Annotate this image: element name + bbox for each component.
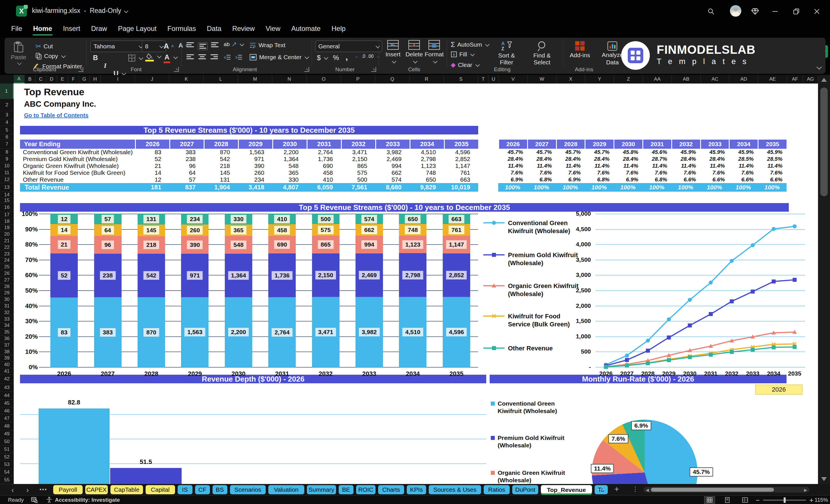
row-header-47[interactable]: 47 bbox=[0, 415, 14, 422]
row-header-26[interactable]: 26 bbox=[0, 270, 14, 277]
sheet-tab-valuation[interactable]: Valuation bbox=[268, 485, 304, 494]
align-top-icon[interactable] bbox=[187, 42, 194, 47]
row-header-10[interactable]: 10 bbox=[0, 162, 14, 169]
column-header-W[interactable]: W bbox=[528, 75, 556, 84]
sheet-tab-summary[interactable]: Summary bbox=[307, 485, 337, 494]
sheet-tab-ratios[interactable]: Ratios bbox=[484, 485, 510, 494]
column-header-O[interactable]: O bbox=[307, 75, 341, 84]
column-header-C[interactable]: C bbox=[35, 75, 46, 84]
row-header-4[interactable]: 4 bbox=[0, 119, 14, 126]
premium-diamond-icon[interactable] bbox=[751, 7, 760, 16]
sheet-tab-sources-uses[interactable]: Sources & Uses bbox=[429, 485, 481, 494]
row-header-28[interactable]: 28 bbox=[0, 283, 14, 290]
sheet-tab-bs[interactable]: BS bbox=[213, 485, 227, 494]
row-header-17[interactable]: 17 bbox=[0, 212, 14, 218]
row-header-22[interactable]: 22 bbox=[0, 244, 14, 251]
row-header-21[interactable]: 21 bbox=[0, 238, 14, 244]
search-icon[interactable] bbox=[706, 7, 715, 16]
vertical-scrollbar[interactable] bbox=[818, 75, 830, 484]
insert-cells-button[interactable]: ⇤ Insert bbox=[382, 40, 405, 65]
column-header-G[interactable]: G bbox=[79, 75, 90, 84]
toc-link[interactable]: Go to Table of Contents bbox=[24, 112, 88, 119]
number-dialog-launcher[interactable] bbox=[371, 67, 376, 72]
column-header-AD[interactable]: AD bbox=[729, 75, 758, 84]
column-header-AF[interactable]: AF bbox=[787, 75, 803, 84]
column-header-L[interactable]: L bbox=[204, 75, 238, 84]
column-header-D[interactable]: D bbox=[46, 75, 57, 84]
menu-formulas[interactable]: Formulas bbox=[167, 22, 196, 37]
font-family-select[interactable]: Tahoma bbox=[90, 41, 145, 52]
sheet-tab-capex[interactable]: CAPEX bbox=[85, 485, 108, 494]
zoom-in-icon[interactable]: + bbox=[809, 496, 813, 504]
number-format-select[interactable]: General bbox=[315, 41, 382, 52]
year-selector[interactable]: 2026 bbox=[755, 384, 802, 395]
column-header-V[interactable]: V bbox=[499, 75, 528, 84]
row-header-40[interactable]: 40 bbox=[0, 361, 14, 368]
collapse-ribbon-icon[interactable] bbox=[816, 65, 821, 70]
row-header-3[interactable]: 3 bbox=[0, 111, 14, 119]
column-header-Q[interactable]: Q bbox=[375, 75, 410, 84]
column-header-B[interactable]: B bbox=[25, 75, 35, 84]
row-header-50[interactable]: 50 bbox=[0, 438, 14, 446]
column-header-Y[interactable]: Y bbox=[585, 75, 614, 84]
sheet-tab-dupont[interactable]: DuPont bbox=[512, 485, 538, 494]
menu-insert[interactable]: Insert bbox=[62, 22, 81, 37]
column-header-T[interactable]: T bbox=[478, 75, 488, 84]
row-header-13[interactable]: 13 bbox=[0, 183, 14, 192]
row-header-45[interactable]: 45 bbox=[0, 400, 14, 407]
row-header-42[interactable]: 42 bbox=[0, 375, 14, 383]
column-header-H[interactable]: H bbox=[90, 75, 101, 84]
column-header-N[interactable]: N bbox=[272, 75, 307, 84]
row-header-39[interactable]: 39 bbox=[0, 355, 14, 362]
menu-page-layout[interactable]: Page Layout bbox=[117, 22, 157, 37]
row-header-43[interactable]: 43 bbox=[0, 383, 14, 392]
row-header-18[interactable]: 18 bbox=[0, 218, 14, 225]
avatar[interactable] bbox=[730, 5, 741, 17]
row-header-33[interactable]: 33 bbox=[0, 316, 14, 323]
sheet-tab-top-revenue[interactable]: Top_Revenue bbox=[541, 485, 592, 495]
row-header-46[interactable]: 46 bbox=[0, 407, 14, 415]
horizontal-scrollbar[interactable]: ◀ ▶ bbox=[643, 487, 809, 493]
row-header-11[interactable]: 11 bbox=[0, 169, 14, 176]
row-header-49[interactable]: 49 bbox=[0, 430, 14, 438]
row-header-55[interactable]: 55 bbox=[0, 476, 14, 484]
increase-indent-icon[interactable] bbox=[235, 54, 243, 61]
sheet-canvas[interactable]: Top Revenue ABC Company Inc. Go to Table… bbox=[14, 84, 818, 484]
merge-center-button[interactable]: Merge & Center bbox=[249, 54, 308, 61]
copy-button[interactable]: Copy bbox=[35, 53, 65, 60]
column-header-M[interactable]: M bbox=[238, 75, 272, 84]
fill-color-button[interactable] bbox=[145, 53, 160, 60]
row-header-15[interactable]: 15 bbox=[0, 198, 14, 203]
menu-automate[interactable]: Automate bbox=[291, 22, 321, 37]
tabs-more-left-icon[interactable]: ••• bbox=[39, 486, 47, 493]
row-header-5[interactable]: 5 bbox=[0, 126, 14, 134]
menu-review[interactable]: Review bbox=[232, 22, 255, 37]
column-header-P[interactable]: P bbox=[341, 75, 375, 84]
normal-view-icon[interactable] bbox=[704, 496, 715, 504]
column-header-AE[interactable]: AE bbox=[758, 75, 787, 84]
row-header-7[interactable]: 7 bbox=[0, 139, 14, 149]
close-button[interactable] bbox=[812, 7, 822, 16]
column-header-I[interactable]: I bbox=[101, 75, 135, 84]
accessibility-status[interactable]: Accessibility: Investigate bbox=[55, 497, 120, 503]
column-header-J[interactable]: J bbox=[135, 75, 169, 84]
row-header-35[interactable]: 35 bbox=[0, 329, 14, 336]
scroll-up-icon[interactable] bbox=[821, 78, 827, 82]
row-header-52[interactable]: 52 bbox=[0, 453, 14, 461]
sort-filter-button[interactable]: AZ Sort & Filter bbox=[491, 41, 522, 66]
format-cells-button[interactable]: ▦ Format bbox=[423, 40, 446, 65]
minimize-button[interactable] bbox=[770, 7, 780, 16]
column-header-A[interactable]: A bbox=[14, 75, 25, 84]
row-header-25[interactable]: 25 bbox=[0, 264, 14, 270]
row-header-51[interactable]: 51 bbox=[0, 446, 14, 453]
row-header-20[interactable]: 20 bbox=[0, 231, 14, 238]
sheet-tab-be[interactable]: BE bbox=[339, 485, 353, 494]
row-header-14[interactable]: 14 bbox=[0, 192, 14, 198]
row-header-54[interactable]: 54 bbox=[0, 469, 14, 476]
row-header-19[interactable]: 19 bbox=[0, 225, 14, 231]
borders-button[interactable] bbox=[128, 54, 142, 62]
row-header-31[interactable]: 31 bbox=[0, 303, 14, 310]
row-header-9[interactable]: 9 bbox=[0, 156, 14, 162]
font-dialog-launcher[interactable] bbox=[174, 67, 179, 72]
zoom-slider[interactable] bbox=[763, 500, 806, 501]
